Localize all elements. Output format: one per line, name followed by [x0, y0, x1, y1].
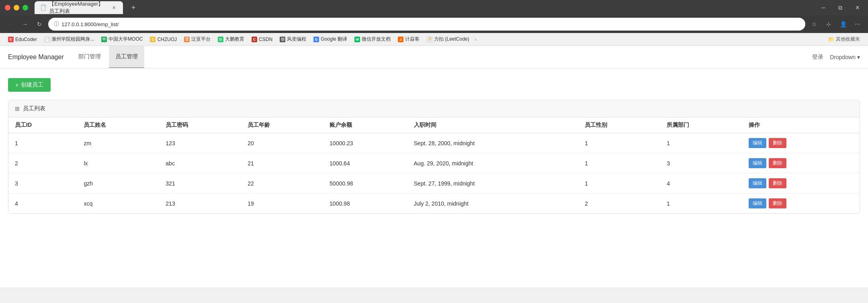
cell-dept: 1	[660, 133, 742, 153]
delete-button[interactable]: 删除	[769, 138, 786, 148]
grid-icon: ⊞	[15, 105, 20, 112]
bookmark-dapeng[interactable]: D 大鹏教育	[215, 35, 248, 44]
more-options-icon[interactable]: ⋯	[852, 19, 863, 30]
cell-gender: 1	[578, 153, 660, 173]
bookmark-favicon-leetcode: 力	[427, 37, 432, 42]
active-browser-tab[interactable]: 📄 【EmployeeManager】员工列表 ✕	[35, 1, 123, 14]
cell-gender: 1	[578, 173, 660, 194]
delete-button[interactable]: 删除	[769, 198, 786, 208]
bookmark-label-mooc: 中国大学MOOC	[108, 36, 143, 43]
cell-gender: 1	[578, 133, 660, 153]
cell-name: xcq	[77, 194, 159, 214]
edit-button[interactable]: 编辑	[749, 198, 766, 208]
title-bar: ✕ − + 📄 【EmployeeManager】员工列表 ✕ + ─ ⧉ ✕	[0, 0, 868, 15]
cell-age: 20	[241, 133, 323, 153]
cell-balance: 50000.98	[323, 173, 407, 194]
table-head: 员工ID 员工姓名 员工密码 员工年龄 账户余额 入职时间 员工性别 所属部门 …	[8, 117, 860, 133]
create-btn-plus-icon: +	[15, 82, 18, 88]
bookmark-fengbian[interactable]: 🐺 风变编程	[276, 35, 309, 44]
employee-table-card: ⊞ 员工列表 员工ID 员工姓名 员工密码 员工年龄 账户余额 入职时间 员工性…	[8, 100, 860, 214]
edit-button[interactable]: 编辑	[749, 178, 766, 188]
window-minimize-icon[interactable]: ─	[818, 3, 829, 12]
close-window-button[interactable]: ✕	[5, 5, 10, 10]
bookmark-favicon-csdn: C	[252, 37, 257, 42]
table-header-row: 员工ID 员工姓名 员工密码 员工年龄 账户余额 入职时间 员工性别 所属部门 …	[8, 117, 860, 133]
cell-name: lx	[77, 153, 159, 173]
bookmark-label-chzuoj: CHZUOJ	[157, 37, 177, 42]
bookmark-chzuoj[interactable]: C CHZUOJ	[147, 35, 180, 43]
bookmark-label-taobao: 泛亚平台	[191, 36, 211, 43]
bookmark-label-educoder: EduCoder	[15, 37, 37, 42]
cell-age: 19	[241, 194, 323, 214]
delete-button[interactable]: 删除	[769, 178, 786, 188]
bookmark-leetcode[interactable]: 力 力扣 (LeetCode)	[424, 35, 472, 44]
dropdown-menu[interactable]: Dropdown ▾	[830, 54, 860, 60]
brand-name: Employee Manager	[8, 54, 64, 61]
cell-name: gzh	[77, 173, 159, 194]
cell-gender: 2	[578, 194, 660, 214]
create-employee-button[interactable]: + 创建员工	[8, 78, 51, 92]
bookmark-label-wechat: 微信开放文档	[362, 36, 391, 43]
table-row: 1 zm 123 20 10000.23 Sept. 28, 2000, mid…	[8, 133, 860, 153]
bookmarks-more-folder[interactable]: 📁 其他收藏夹	[825, 35, 863, 44]
bookmark-wechat[interactable]: W 微信开放文档	[351, 35, 394, 44]
forward-button[interactable]: →	[19, 19, 31, 30]
cell-balance: 10000.23	[323, 133, 407, 153]
table-row: 4 xcq 213 19 1000.98 July 2, 2010, midni…	[8, 194, 860, 214]
bookmark-favicon-educoder: E	[8, 37, 14, 42]
nav-link-emp[interactable]: 员工管理	[109, 46, 144, 68]
bookmark-label-jicai: 计蒜客	[405, 36, 420, 43]
bookmark-favicon-fengbian: 🐺	[280, 37, 285, 42]
bookmark-zisu[interactable]: 📄 滁州学院校园网身...	[41, 35, 97, 44]
col-header-age: 员工年龄	[241, 117, 323, 133]
cell-join-date: Aug. 29, 2020, midnight	[407, 153, 579, 173]
edit-button[interactable]: 编辑	[749, 138, 766, 148]
cell-age: 22	[241, 173, 323, 194]
dropdown-label: Dropdown	[830, 54, 856, 60]
table-header: ⊞ 员工列表	[8, 100, 860, 117]
bookmark-mooc[interactable]: 中 中国大学MOOC	[98, 35, 146, 44]
cell-join-date: Sept. 27, 1999, midnight	[407, 173, 579, 194]
cell-id: 2	[8, 153, 77, 173]
table-row: 2 lx abc 21 1000.64 Aug. 29, 2020, midni…	[8, 153, 860, 173]
action-buttons: 编辑 删除	[749, 178, 853, 188]
bookmark-label-csdn: CSDN	[259, 37, 272, 42]
col-header-dept: 所属部门	[660, 117, 742, 133]
tab-close-button[interactable]: ✕	[112, 4, 117, 11]
minimize-window-button[interactable]: −	[14, 5, 19, 10]
cell-actions: 编辑 删除	[742, 133, 860, 153]
cell-password: 123	[159, 133, 241, 153]
window-restore-icon[interactable]: ⧉	[835, 3, 845, 13]
bookmark-jicai[interactable]: J 计蒜客	[395, 35, 423, 44]
bookmark-star-icon[interactable]: ☆	[809, 19, 820, 30]
tab-favicon: 📄	[41, 4, 46, 11]
nav-link-dept[interactable]: 部门管理	[72, 46, 107, 68]
delete-button[interactable]: 删除	[769, 158, 786, 168]
bookmark-favicon-chzuoj: C	[150, 37, 156, 42]
col-header-balance: 账户余额	[323, 117, 407, 133]
cell-balance: 1000.98	[323, 194, 407, 214]
table-row: 3 gzh 321 22 50000.98 Sept. 27, 1999, mi…	[8, 173, 860, 194]
refresh-button[interactable]: ↻	[34, 19, 45, 30]
bookmark-taobao[interactable]: 泛 泛亚平台	[181, 35, 214, 44]
url-actions: ☆ ⊹ 👤 ⋯	[809, 19, 863, 30]
navbar: Employee Manager 部门管理 员工管理 登录 Dropdown ▾	[0, 46, 868, 68]
action-buttons: 编辑 删除	[749, 158, 853, 168]
cell-dept: 1	[660, 194, 742, 214]
cell-dept: 4	[660, 173, 742, 194]
url-bar[interactable]: ⓘ 127.0.0.1:8000/emp_list/	[48, 18, 805, 31]
profile-icon[interactable]: 👤	[837, 19, 849, 30]
bookmark-favicon-zisu: 📄	[44, 37, 50, 42]
bookmark-manage-icon[interactable]: ⊹	[823, 19, 834, 30]
new-tab-button[interactable]: +	[128, 2, 139, 13]
edit-button[interactable]: 编辑	[749, 158, 766, 168]
create-btn-label: 创建员工	[21, 81, 43, 89]
back-button[interactable]: ←	[5, 19, 16, 30]
login-link[interactable]: 登录	[812, 54, 823, 61]
bookmark-educoder[interactable]: E EduCoder	[5, 35, 40, 43]
bookmark-csdn[interactable]: C CSDN	[248, 35, 276, 43]
bookmark-google[interactable]: G Google 翻译	[310, 35, 350, 44]
window-close-icon[interactable]: ✕	[852, 3, 863, 12]
maximize-window-button[interactable]: +	[23, 5, 28, 10]
cell-actions: 编辑 删除	[742, 153, 860, 173]
